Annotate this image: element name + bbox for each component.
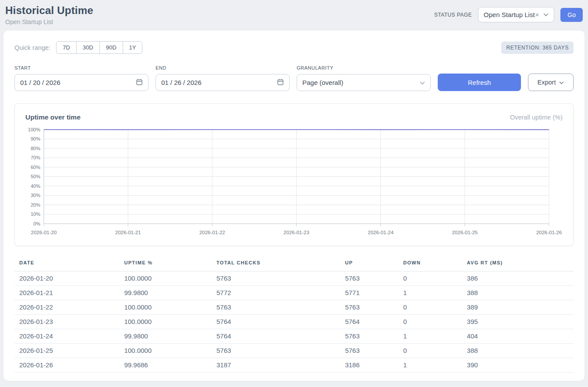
start-date-input[interactable]: 01 / 20 / 2026 (14, 74, 149, 91)
page-heading: Historical Uptime Open Startup List (5, 4, 93, 25)
table-cell: 5763 (213, 344, 341, 358)
start-label: START (14, 65, 149, 70)
page-title: Historical Uptime (5, 4, 93, 17)
table-cell: 100.0000 (120, 271, 213, 286)
quick-range-1y[interactable]: 1Y (123, 41, 143, 54)
table-cell: 388 (464, 286, 574, 300)
table-cell: 99.9800 (120, 329, 213, 344)
uptime-table: DATEUPTIME %TOTAL CHECKSUPDOWNAVG RT (MS… (14, 256, 574, 373)
table-row: 2026-01-2499.9800576457631404 (14, 329, 574, 344)
start-date-value: 01 / 20 / 2026 (20, 79, 60, 86)
table-cell: 0 (400, 344, 463, 358)
refresh-button[interactable]: Refresh (438, 74, 521, 91)
table-header-cell: UPTIME % (120, 256, 213, 271)
export-button[interactable]: Export (528, 74, 574, 91)
status-page-select[interactable]: Open Startup List × (478, 7, 555, 22)
table-cell: 0 (400, 271, 463, 286)
chevron-down-icon (559, 79, 564, 86)
table-cell: 389 (464, 300, 574, 315)
table-cell: 5763 (213, 300, 341, 315)
chart-header: Uptime over time Overall uptime (%) (25, 113, 563, 121)
uptime-table-body: 2026-01-20100.00005763576303862026-01-21… (14, 271, 574, 373)
table-header-cell: DOWN (400, 256, 463, 271)
filters-row: START 01 / 20 / 2026 END 01 / 26 / 2026 … (14, 65, 574, 91)
table-cell: 99.9800 (120, 286, 213, 300)
table-cell: 5763 (341, 300, 400, 315)
start-field: START 01 / 20 / 2026 (14, 65, 149, 91)
status-page-value: Open Startup List (484, 11, 535, 18)
table-cell: 5763 (341, 344, 400, 358)
svg-text:2026-01-23: 2026-01-23 (283, 230, 309, 235)
svg-text:80%: 80% (31, 146, 40, 151)
retention-badge: RETENTION: 365 DAYS (501, 42, 574, 54)
svg-text:2026-01-21: 2026-01-21 (115, 230, 141, 235)
quick-range-group: 7D30D90D1Y (56, 41, 142, 54)
table-cell: 395 (464, 315, 574, 329)
table-cell: 2026-01-24 (14, 329, 120, 344)
chevron-down-icon (420, 79, 425, 86)
table-cell: 99.9686 (120, 358, 213, 373)
svg-text:60%: 60% (31, 165, 40, 170)
table-row: 2026-01-2199.9800577257711388 (14, 286, 574, 300)
table-cell: 1 (400, 358, 463, 373)
end-field: END 01 / 26 / 2026 (156, 65, 290, 91)
svg-text:50%: 50% (31, 174, 40, 179)
uptime-chart-svg: 0%10%20%30%40%50%60%70%80%90%100%2026-01… (25, 127, 563, 241)
quick-range-90d[interactable]: 90D (99, 41, 123, 54)
chart-title: Uptime over time (25, 113, 81, 121)
end-date-input[interactable]: 01 / 26 / 2026 (156, 74, 290, 91)
table-row: 2026-01-25100.0000576357630388 (14, 344, 574, 358)
table-cell: 5771 (341, 286, 400, 300)
quick-range-7d[interactable]: 7D (56, 41, 77, 54)
table-cell: 5763 (341, 329, 400, 344)
table-cell: 3186 (341, 358, 400, 373)
svg-text:2026-01-25: 2026-01-25 (452, 230, 478, 235)
calendar-icon[interactable] (136, 78, 143, 87)
table-cell: 5764 (213, 315, 341, 329)
table-cell: 5763 (341, 271, 400, 286)
table-cell: 5764 (213, 329, 341, 344)
table-header-cell: AVG RT (MS) (464, 256, 574, 271)
header-controls: STATUS PAGE Open Startup List × Go (434, 7, 583, 22)
table-cell: 390 (464, 358, 574, 373)
svg-text:90%: 90% (31, 136, 40, 141)
table-cell: 2026-01-21 (14, 286, 120, 300)
table-row: 2026-01-23100.0000576457640395 (14, 315, 574, 329)
uptime-chart-card: Uptime over time Overall uptime (%) 0%10… (14, 103, 574, 246)
svg-text:0%: 0% (33, 221, 40, 226)
chevron-down-icon (543, 13, 549, 17)
table-cell: 1 (400, 329, 463, 344)
table-row: 2026-01-20100.0000576357630386 (14, 271, 574, 286)
table-cell: 2026-01-26 (14, 358, 120, 373)
svg-text:30%: 30% (31, 193, 40, 198)
table-cell: 1 (400, 286, 463, 300)
table-cell: 2026-01-20 (14, 271, 120, 286)
granularity-field: GRANULARITY Page (overall) (297, 65, 431, 91)
granularity-select[interactable]: Page (overall) (297, 74, 431, 91)
table-cell: 5764 (341, 315, 400, 329)
clear-icon[interactable]: × (535, 11, 539, 18)
table-header-cell: DATE (14, 256, 120, 271)
quick-range-row: Quick range: 7D30D90D1Y RETENTION: 365 D… (14, 41, 574, 54)
page-header: Historical Uptime Open Startup List STAT… (0, 0, 588, 31)
svg-text:2026-01-22: 2026-01-22 (199, 230, 225, 235)
table-row: 2026-01-2699.9686318731861390 (14, 358, 574, 373)
table-cell: 100.0000 (120, 300, 213, 315)
table-row: 2026-01-22100.0000576357630389 (14, 300, 574, 315)
end-date-value: 01 / 26 / 2026 (161, 79, 202, 86)
status-page-label: STATUS PAGE (434, 12, 472, 18)
go-button[interactable]: Go (560, 8, 583, 22)
svg-text:2026-01-20: 2026-01-20 (31, 230, 57, 235)
quick-range-label: Quick range: (14, 44, 50, 51)
table-cell: 2026-01-25 (14, 344, 120, 358)
granularity-label: GRANULARITY (297, 65, 431, 70)
svg-text:2026-01-26: 2026-01-26 (536, 230, 562, 235)
table-cell: 2026-01-22 (14, 300, 120, 315)
quick-range-30d[interactable]: 30D (76, 41, 100, 54)
calendar-icon[interactable] (277, 78, 284, 87)
quick-range-wrap: Quick range: 7D30D90D1Y (14, 41, 142, 54)
table-cell: 0 (400, 300, 463, 315)
table-cell: 5763 (213, 271, 341, 286)
table-header-cell: TOTAL CHECKS (213, 256, 341, 271)
table-cell: 100.0000 (120, 315, 213, 329)
